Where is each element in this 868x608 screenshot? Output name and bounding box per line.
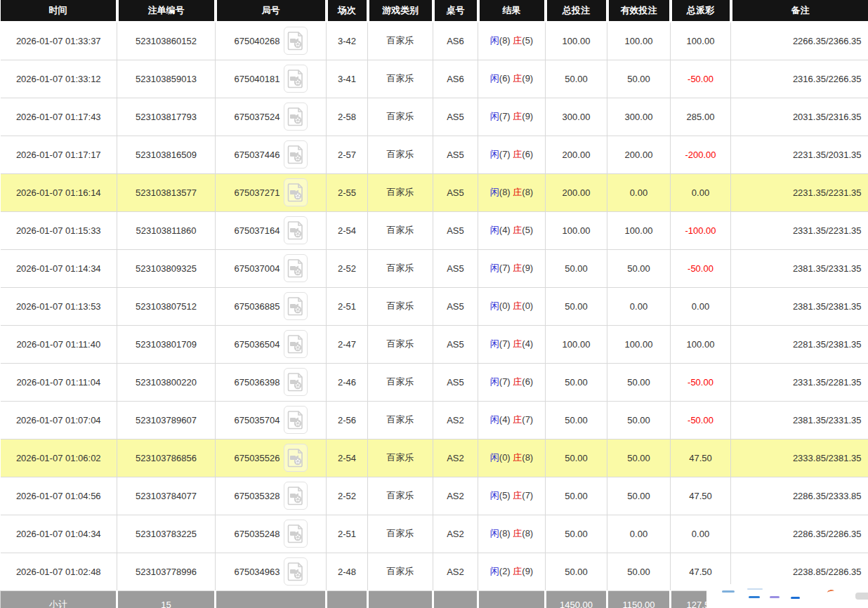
round-number: 675035328 xyxy=(234,491,280,501)
video-replay-icon[interactable] xyxy=(284,254,308,282)
result-player-score: (4) xyxy=(499,414,511,425)
round-cell-content: 675035248 xyxy=(234,520,307,548)
cell-game-type: 百家乐 xyxy=(368,287,433,325)
cell-round: 675035328 xyxy=(216,477,327,515)
video-replay-icon[interactable] xyxy=(284,520,308,548)
result-banker-score: (9) xyxy=(522,73,533,84)
video-replay-icon[interactable] xyxy=(284,406,308,434)
video-replay-icon[interactable] xyxy=(284,292,308,320)
cell-game-type: 百家乐 xyxy=(368,249,433,287)
cell-total-bet: 50.00 xyxy=(546,60,607,98)
cell-valid-bet: 50.00 xyxy=(607,249,671,287)
result-banker-score: (9) xyxy=(522,263,533,273)
table-row[interactable]: 2026-01-07 01:11:04523103800220675036398… xyxy=(1,363,868,401)
cell-total-bet: 100.00 xyxy=(546,325,607,363)
cell-bet-id: 523103811860 xyxy=(117,211,216,249)
cell-session: 2-55 xyxy=(327,173,368,211)
video-replay-icon[interactable] xyxy=(284,65,308,93)
cell-valid-bet: 100.00 xyxy=(607,325,671,363)
result-player-label: 闲 xyxy=(490,452,499,463)
cell-valid-bet: 50.00 xyxy=(607,60,671,98)
cell-bet-id: 523103860152 xyxy=(117,22,216,60)
cell-total-bet: 50.00 xyxy=(546,439,607,477)
result-banker-label: 庄 xyxy=(513,111,522,121)
footer-valid-bet: 1150.00 xyxy=(607,590,671,608)
result-player-score: (7) xyxy=(499,263,511,273)
round-cell-content: 675037004 xyxy=(234,254,307,282)
round-number: 675037524 xyxy=(234,112,280,122)
round-cell-content: 675036885 xyxy=(234,292,307,320)
cell-time: 2026-01-07 01:04:34 xyxy=(1,515,117,553)
video-replay-icon[interactable] xyxy=(284,103,308,131)
table-row[interactable]: 2026-01-07 01:13:53523103807512675036885… xyxy=(1,287,868,325)
video-replay-icon[interactable] xyxy=(284,178,308,206)
table-row[interactable]: 2026-01-07 01:11:40523103801709675036504… xyxy=(1,325,868,363)
cell-session: 3-42 xyxy=(327,22,368,60)
round-number: 675037164 xyxy=(234,225,280,236)
video-replay-icon[interactable] xyxy=(284,216,308,244)
table-row[interactable]: 2026-01-07 01:33:12523103859013675040181… xyxy=(1,60,868,98)
cell-remark: 2381.35/2381.35 xyxy=(731,287,868,325)
col-header-total-payout: 总派彩 xyxy=(671,0,731,22)
cell-valid-bet: 200.00 xyxy=(607,136,671,173)
video-replay-icon[interactable] xyxy=(284,140,308,168)
table-row[interactable]: 2026-01-07 01:33:37523103860152675040268… xyxy=(1,22,868,60)
cell-round: 675036885 xyxy=(216,287,327,325)
round-number: 675035248 xyxy=(234,529,280,539)
col-header-round: 局号 xyxy=(216,0,327,22)
result-player-label: 闲 xyxy=(490,490,499,501)
cell-result: 闲(7) 庄(6) xyxy=(478,363,546,401)
artifact-dash xyxy=(722,590,735,593)
cell-remark: 2381.35/2331.35 xyxy=(731,249,868,287)
table-row[interactable]: 2026-01-07 01:15:33523103811860675037164… xyxy=(1,211,868,249)
cell-total-bet: 300.00 xyxy=(546,98,607,136)
result-banker-label: 庄 xyxy=(513,376,522,387)
artifact-dash xyxy=(791,597,800,599)
result-banker-score: (4) xyxy=(522,338,533,349)
cell-bet-id: 523103778996 xyxy=(117,553,216,590)
result-player-score: (7) xyxy=(499,376,511,387)
cell-round: 675035526 xyxy=(216,439,327,477)
table-row[interactable]: 2026-01-07 01:07:04523103789607675035704… xyxy=(1,401,868,439)
cell-time: 2026-01-07 01:02:48 xyxy=(1,553,117,590)
video-replay-icon[interactable] xyxy=(284,330,308,358)
video-replay-icon[interactable] xyxy=(284,482,308,510)
cell-table-no: AS5 xyxy=(433,173,478,211)
table-row[interactable]: 2026-01-07 01:06:02523103786856675035526… xyxy=(1,439,868,477)
result-banker-label: 庄 xyxy=(513,149,522,159)
table-row[interactable]: 2026-01-07 01:14:34523103809325675037004… xyxy=(1,249,868,287)
cell-total-payout: -50.00 xyxy=(671,401,731,439)
cell-round: 675037446 xyxy=(216,136,327,173)
round-cell-content: 675035704 xyxy=(234,406,307,434)
col-header-remark: 备注 xyxy=(731,0,868,22)
cell-result: 闲(4) 庄(7) xyxy=(478,401,546,439)
cell-table-no: AS6 xyxy=(433,22,478,60)
video-replay-icon[interactable] xyxy=(284,444,308,472)
cell-total-bet: 50.00 xyxy=(546,401,607,439)
cell-round: 675037524 xyxy=(216,98,327,136)
footer-row-count: 15 xyxy=(117,590,216,608)
video-replay-icon[interactable] xyxy=(284,368,308,396)
table-row[interactable]: 2026-01-07 01:04:34523103783225675035248… xyxy=(1,515,868,553)
video-replay-icon[interactable] xyxy=(284,557,308,586)
table-row[interactable]: 2026-01-07 01:17:43523103817793675037524… xyxy=(1,98,868,136)
cell-session: 2-51 xyxy=(327,287,368,325)
render-artifact-strip xyxy=(717,586,861,595)
cell-round: 675037004 xyxy=(216,249,327,287)
result-banker-label: 庄 xyxy=(513,263,522,273)
cell-result: 闲(7) 庄(6) xyxy=(478,136,546,173)
result-player-score: (5) xyxy=(499,490,511,501)
result-banker-label: 庄 xyxy=(513,225,522,235)
cell-total-payout: -50.00 xyxy=(671,363,731,401)
cell-time: 2026-01-07 01:07:04 xyxy=(1,401,117,439)
table-row[interactable]: 2026-01-07 01:17:17523103816509675037446… xyxy=(1,136,868,173)
table-row[interactable]: 2026-01-07 01:16:14523103813577675037271… xyxy=(1,173,868,211)
video-replay-icon[interactable] xyxy=(284,27,308,55)
cell-time: 2026-01-07 01:06:02 xyxy=(1,439,117,477)
table-row[interactable]: 2026-01-07 01:04:56523103784077675035328… xyxy=(1,477,868,515)
cell-result: 闲(7) 庄(4) xyxy=(478,325,546,363)
cell-table-no: AS2 xyxy=(433,553,478,590)
cell-session: 2-57 xyxy=(327,136,368,173)
cell-valid-bet: 300.00 xyxy=(607,98,671,136)
footer-empty-game xyxy=(368,590,433,608)
